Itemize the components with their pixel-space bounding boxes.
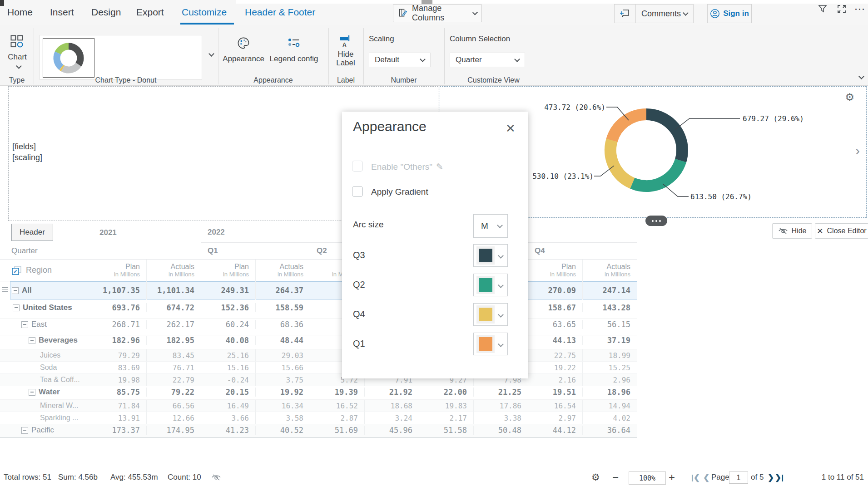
- tab-insert[interactable]: Insert: [50, 7, 74, 18]
- apply-gradient-label: Apply Gradient: [371, 187, 428, 197]
- table-row-east[interactable]: East268.71262.1760.2468.3663.6556.15: [0, 319, 637, 335]
- region-checkbox-icon[interactable]: ✓: [11, 265, 22, 275]
- expand-pane-chevron[interactable]: ›: [855, 143, 860, 158]
- page-number-input[interactable]: 1: [729, 471, 748, 484]
- apply-gradient-checkbox[interactable]: [352, 186, 363, 197]
- column-selection-select[interactable]: Quarter: [450, 53, 525, 67]
- hide-label-button[interactable]: A Hide Label: [333, 35, 358, 67]
- more-options-button[interactable]: ⋯: [853, 3, 867, 15]
- value-cell: 1,107.35: [92, 281, 146, 299]
- collapse-icon[interactable]: [29, 337, 35, 344]
- tab-customize[interactable]: Customize: [182, 7, 227, 18]
- collapse-icon[interactable]: [12, 287, 19, 294]
- series-color-picker-q4[interactable]: [473, 303, 508, 326]
- hide-button[interactable]: Hide: [772, 223, 812, 239]
- value-cell: 15.25: [582, 362, 637, 373]
- series-color-picker-q3[interactable]: [473, 244, 508, 267]
- value-cell: 68.36: [255, 320, 310, 329]
- value-cell: 158.59: [255, 303, 310, 312]
- appearance-button[interactable]: Appearance: [222, 36, 265, 64]
- row-label: All: [22, 286, 32, 295]
- series-color-picker-q2[interactable]: [473, 274, 508, 296]
- table-row-beverages[interactable]: Beverages182.96182.9540.0848.4444.1337.1…: [0, 335, 637, 349]
- table-row-united-states[interactable]: United States693.76674.72152.36158.59158…: [0, 299, 637, 319]
- collapse-icon[interactable]: [13, 304, 20, 311]
- section-appearance: Appearance: [218, 76, 328, 84]
- next-page-button[interactable]: ❯: [768, 473, 774, 482]
- chart-type-dropdown-chevron[interactable]: [208, 51, 214, 57]
- zoom-level-input[interactable]: 100%: [629, 471, 666, 485]
- dialog-title: Appearance: [353, 119, 427, 134]
- tab-export[interactable]: Export: [136, 7, 164, 18]
- value-cell: 2.87: [310, 412, 364, 424]
- value-cell: 16.34: [255, 400, 310, 412]
- previous-page-button[interactable]: ❮: [703, 473, 709, 482]
- dialog-close-button[interactable]: ✕: [506, 122, 516, 136]
- table-row-tea-coff[interactable]: Tea & Coff...19.9822.79-0.243.755.727.91…: [0, 374, 637, 386]
- table-row-juices[interactable]: Juices79.2983.4525.1629.0322.7518.99: [0, 349, 637, 362]
- fullscreen-button[interactable]: [835, 3, 848, 15]
- value-cell: 182.95: [146, 336, 201, 345]
- comments-button[interactable]: Comments: [636, 5, 693, 23]
- close-editor-button[interactable]: ✕ Close Editor: [815, 223, 868, 239]
- chart-type-preview[interactable]: [40, 35, 202, 80]
- table-row-mineral-w[interactable]: Mineral W...71.8466.5616.4916.3416.5218.…: [0, 400, 637, 412]
- table-row-all[interactable]: All1,107.351,101.34249.31264.37270.09247…: [0, 281, 637, 299]
- top-strip: [236, 0, 868, 4]
- first-page-button[interactable]: |❮: [691, 473, 700, 482]
- color-swatch-frame: [476, 335, 495, 353]
- table-settings-gear-icon[interactable]: ⚙: [591, 472, 600, 483]
- legend-config-button[interactable]: Legend config: [267, 36, 321, 64]
- edit-pencil-icon[interactable]: ✎: [436, 162, 443, 172]
- collapse-ribbon-chevron[interactable]: [858, 74, 864, 79]
- table-row-pacific[interactable]: Pacific173.37174.9541.2340.5251.6945.965…: [0, 424, 637, 438]
- value-cell: 48.44: [255, 336, 310, 345]
- widget-more-actions-button[interactable]: [645, 216, 667, 226]
- tab-design[interactable]: Design: [91, 7, 121, 18]
- table-row-water[interactable]: Water85.7579.2220.1519.9219.3921.9222.00…: [0, 386, 637, 400]
- value-cell: 268.71: [92, 320, 146, 329]
- zoom-in-button[interactable]: +: [669, 471, 675, 484]
- eye-off-icon: [211, 474, 221, 481]
- row-drag-handle[interactable]: [2, 287, 8, 294]
- table-row-soda[interactable]: Soda83.6976.7115.1615.6619.2215.25: [0, 362, 637, 374]
- callout-q4: 530.10 (23.1%): [526, 172, 594, 181]
- zoom-out-button[interactable]: −: [612, 471, 619, 484]
- value-cell: 22.75: [528, 349, 582, 361]
- table-row-sparkling[interactable]: Sparkling ...13.9112.663.663.582.873.242…: [0, 412, 637, 424]
- last-page-button[interactable]: ❯|: [775, 473, 784, 482]
- stats-eye-off-button[interactable]: [211, 474, 221, 483]
- column-selection-value: Quarter: [456, 55, 482, 64]
- manage-columns-button[interactable]: Manage Columns: [393, 4, 482, 22]
- collapse-icon[interactable]: [21, 427, 28, 434]
- collapse-icon[interactable]: [21, 321, 28, 328]
- value-cell: 182.96: [92, 336, 146, 345]
- count-value: Count: 10: [168, 473, 201, 482]
- scaling-select[interactable]: Default: [369, 53, 431, 67]
- arc-size-select[interactable]: M: [473, 214, 508, 238]
- enable-others-checkbox[interactable]: [352, 161, 363, 172]
- tab-header-footer[interactable]: Header & Footer: [245, 7, 315, 18]
- appearance-button-label: Appearance: [222, 54, 265, 64]
- series-color-picker-q1[interactable]: [473, 333, 508, 355]
- chevron-down-icon: [498, 253, 504, 259]
- avg-value: Avg: 455.53m: [110, 473, 158, 482]
- chart-type-button[interactable]: Chart: [5, 34, 29, 70]
- row-label-cell: Juices: [0, 349, 92, 361]
- tab-home[interactable]: Home: [7, 7, 33, 18]
- header-toggle-button[interactable]: Header: [11, 224, 53, 241]
- collapse-icon[interactable]: [29, 389, 35, 396]
- sign-in-button[interactable]: Sign in: [707, 4, 752, 23]
- manage-columns-icon: [398, 7, 408, 19]
- chevron-down-icon: [498, 282, 504, 288]
- value-cell: 22.79: [146, 374, 201, 386]
- filter-button[interactable]: [816, 3, 829, 15]
- color-swatch: [479, 278, 492, 292]
- color-swatch-frame: [476, 246, 495, 265]
- scaling-placeholder: [scaling]: [12, 153, 42, 162]
- row-label: Mineral W...: [40, 402, 78, 410]
- widget-settings-gear-icon[interactable]: ⚙: [845, 91, 854, 103]
- row-label: Beverages: [39, 336, 78, 345]
- add-comment-button[interactable]: [615, 5, 636, 23]
- value-cell: 1,101.34: [146, 281, 201, 299]
